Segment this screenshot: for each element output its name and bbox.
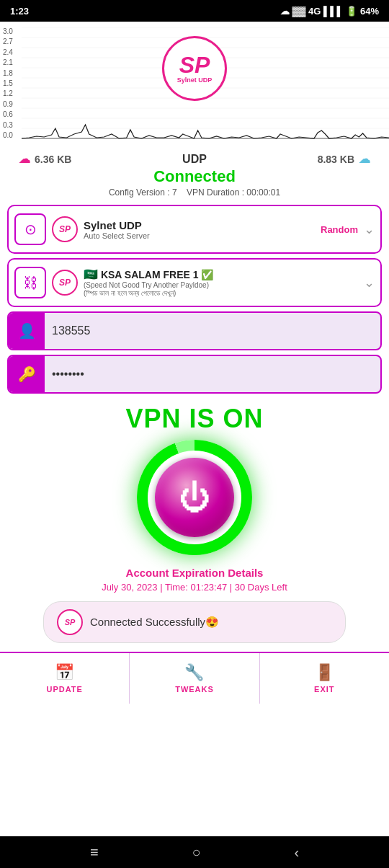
update-label: UPDATE	[46, 685, 82, 694]
network-icon-box: ⛓	[14, 267, 46, 298]
logo-sp-text: SP	[179, 53, 210, 76]
user-icon: 👤	[18, 322, 36, 340]
tweaks-label: TWEAKS	[175, 685, 214, 694]
graph-area: 3.0 2.7 2.4 2.1 1.8 1.5 1.2 0.9 0.6 0.3 …	[0, 22, 389, 148]
location-section-label: LOCATION	[17, 205, 66, 207]
bottom-nav: 📅 UPDATE 🔧 TWEAKS 🚪 EXIT	[0, 652, 389, 704]
connected-notification: SP Connected Successfully😍	[43, 601, 346, 643]
exit-label: EXIT	[314, 685, 334, 694]
username-row[interactable]: 👤	[7, 311, 382, 350]
network-card-content: ⛓ SP 🇸🇦 KSA SALAM FREE 1 ✅ (Speed Not Go…	[9, 260, 380, 306]
tweaks-icon: 🔧	[184, 663, 204, 682]
android-back-btn[interactable]: ‹	[294, 844, 299, 861]
exit-icon: 🚪	[315, 663, 334, 682]
location-icon-box: ⊙	[14, 213, 46, 245]
nav-item-update[interactable]: 📅 UPDATE	[0, 653, 130, 704]
power-btn-inner[interactable]: ⏻	[155, 458, 234, 537]
signal-strength: ▓▓	[292, 6, 306, 17]
network-type: 4G	[308, 6, 321, 17]
network-subtitle1: (Speed Not Good Try Another Payldoe)	[84, 281, 358, 289]
location-card[interactable]: LOCATION ⊙ SP Sylnet UDP Auto Select Ser…	[7, 205, 382, 254]
location-logo: SP	[52, 216, 78, 242]
android-home-btn[interactable]: ○	[192, 844, 200, 861]
status-icons: ☁ ▓▓ 4G ▌▌▌ 🔋 64%	[280, 6, 379, 17]
update-icon: 📅	[55, 663, 74, 682]
android-nav-bar: ≡ ○ ‹	[0, 836, 389, 868]
network-card[interactable]: NETWORK ⛓ SP 🇸🇦 KSA SALAM FREE 1 ✅ (Spee…	[7, 258, 382, 307]
notif-logo: SP	[57, 609, 83, 635]
password-input[interactable]	[45, 359, 380, 389]
download-icon: ☁	[359, 152, 370, 166]
nav-item-tweaks[interactable]: 🔧 TWEAKS	[130, 653, 259, 704]
network-name-text: KSA SALAM FREE 1	[101, 269, 199, 280]
upload-speed: ☁ 6.36 KB	[19, 152, 71, 166]
power-symbol-icon: ⏻	[179, 482, 210, 513]
network-section-label: NETWORK	[17, 258, 66, 260]
checkmark-icon: ✅	[201, 269, 213, 280]
speed-section: ☁ 6.36 KB UDP 8.83 KB ☁ Connected Config…	[0, 148, 389, 200]
location-name: Sylnet UDP	[84, 219, 315, 231]
upload-value: 6.36 KB	[35, 154, 71, 165]
cloud-icon: ☁	[280, 6, 290, 17]
status-time: 1:23	[10, 6, 29, 17]
location-card-content: ⊙ SP Sylnet UDP Auto Select Server Rando…	[9, 206, 380, 252]
logo-subtitle: Sylnet UDP	[177, 76, 213, 84]
connection-status: Connected	[153, 167, 236, 186]
logo-container: SP Sylnet UDP	[162, 36, 227, 101]
download-speed: 8.83 KB ☁	[318, 152, 370, 166]
power-btn-outer[interactable]: ⏻	[137, 440, 252, 555]
key-icon: 🔑	[18, 366, 36, 383]
speed-row: ☁ 6.36 KB UDP 8.83 KB ☁	[12, 152, 377, 166]
username-input[interactable]	[45, 316, 380, 346]
expiry-detail: July 30, 2023 | Time: 01:23:47 | 30 Days…	[7, 582, 382, 593]
notif-text: Connected Successfully😍	[90, 616, 219, 629]
password-row[interactable]: 🔑	[7, 355, 382, 394]
main-content: 3.0 2.7 2.4 2.1 1.8 1.5 1.2 0.9 0.6 0.3 …	[0, 22, 389, 836]
download-value: 8.83 KB	[318, 154, 354, 165]
location-icon: ⊙	[24, 221, 37, 238]
network-arrow-icon: ⌄	[364, 275, 375, 291]
flag-icon: 🇸🇦	[84, 268, 98, 280]
power-button-container[interactable]: ⏻	[0, 440, 389, 555]
network-text: 🇸🇦 KSA SALAM FREE 1 ✅ (Speed Not Good Tr…	[84, 267, 358, 298]
location-text: Sylnet UDP Auto Select Server	[84, 219, 315, 240]
android-menu-btn[interactable]: ≡	[90, 844, 99, 861]
vpn-duration: VPN Duration : 00:00:01	[187, 187, 280, 198]
config-version: Config Version : 7	[109, 187, 177, 198]
network-subtitle2: (স্পিড ভাল না হলে অন্য পেলোডে দেখুন)	[84, 289, 358, 298]
upload-icon: ☁	[19, 152, 30, 166]
battery-icon: 🔋	[346, 6, 357, 17]
location-subtitle: Auto Select Server	[84, 231, 315, 240]
protocol-label: UDP	[182, 153, 207, 166]
app-logo: SP Sylnet UDP	[162, 36, 227, 101]
status-bar: 1:23 ☁ ▓▓ 4G ▌▌▌ 🔋 64%	[0, 0, 389, 22]
power-btn-middle: ⏻	[148, 451, 241, 544]
vpn-on-label: VPN IS ON	[0, 404, 389, 434]
vpn-info: Config Version : 7 VPN Duration : 00:00:…	[109, 187, 280, 198]
network-icon: ⛓	[23, 275, 37, 291]
expiry-title: Account Expiration Details	[7, 567, 382, 579]
battery-level: 64%	[360, 6, 379, 17]
account-expiry: Account Expiration Details July 30, 2023…	[7, 567, 382, 593]
random-label: Random	[321, 224, 358, 235]
graph-y-labels: 3.0 2.7 2.4 2.1 1.8 1.5 1.2 0.9 0.6 0.3 …	[3, 27, 13, 139]
key-icon-box: 🔑	[9, 356, 45, 392]
location-arrow-icon: ⌄	[364, 221, 375, 237]
signal-bars: ▌▌▌	[323, 6, 344, 17]
network-name: 🇸🇦 KSA SALAM FREE 1 ✅	[84, 267, 358, 281]
user-icon-box: 👤	[9, 313, 45, 349]
network-logo: SP	[52, 270, 78, 296]
nav-item-exit[interactable]: 🚪 EXIT	[260, 653, 389, 704]
